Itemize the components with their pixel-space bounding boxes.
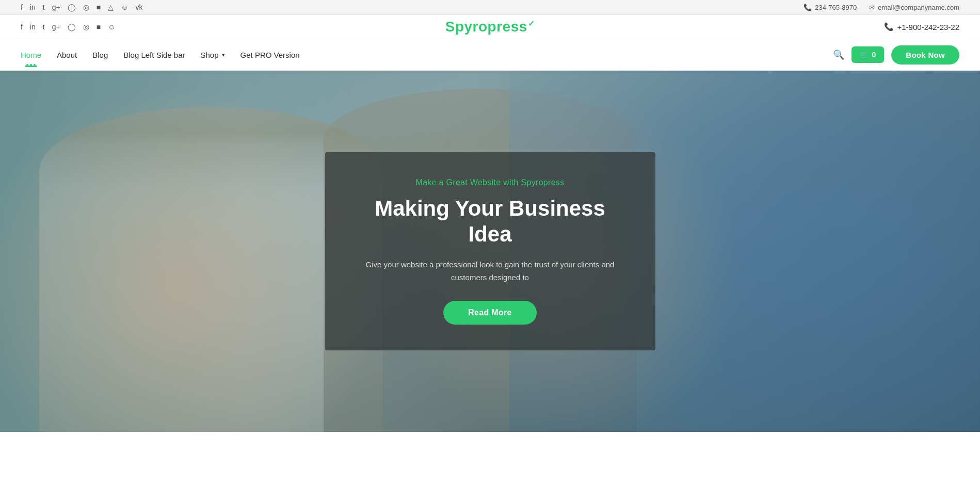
logobar-linkedin-icon[interactable]: in [30, 23, 36, 31]
search-button[interactable]: 🔍 [833, 49, 844, 60]
nav-shop-label: Shop [201, 51, 219, 59]
logobar-phone: 📞 +1-900-242-23-22 [884, 22, 959, 31]
hero-title: Making Your Business Idea [356, 196, 624, 248]
phone-icon: 📞 [804, 4, 812, 11]
hero-subtitle: Make a Great Website with Spyropress [356, 178, 624, 187]
logobar-instagram-icon[interactable]: ◯ [68, 23, 76, 31]
nav-get-pro[interactable]: Get PRO Version [240, 39, 300, 70]
cart-count: 0 [872, 51, 876, 59]
topbar-social-icons: f in t g+ ◯ ◎ ■ △ ☺ vk [21, 3, 142, 11]
phone-receiver-icon: 📞 [884, 22, 894, 31]
nav-blog[interactable]: Blog [92, 39, 108, 70]
topbar-googleplus-icon[interactable]: g+ [52, 3, 60, 11]
hero-section: Make a Great Website with Spyropress Mak… [0, 71, 980, 432]
topbar-behance-icon[interactable]: ■ [97, 3, 101, 11]
nav-home-label: Home [21, 51, 41, 59]
topbar-email-address[interactable]: email@companyname.com [878, 4, 959, 11]
hero-description: Give your website a professional look to… [356, 258, 624, 284]
cart-icon: 🛒 [860, 51, 869, 59]
nav-links: Home About Blog Blog Left Side bar Shop … [21, 39, 300, 70]
logo-leaf-icon: ✓ [528, 19, 535, 28]
email-icon: ✉ [869, 4, 875, 11]
logo-s: S [445, 19, 455, 35]
nav-home-indicator [26, 64, 36, 66]
logobar-skype-icon[interactable]: ☺ [108, 23, 115, 31]
logobar-behance-icon[interactable]: ■ [97, 23, 101, 31]
topbar-instagram-icon[interactable]: ◯ [68, 3, 76, 11]
logobar-social-icons: f in t g+ ◯ ◎ ■ ☺ [21, 23, 115, 31]
logo-rest: pyropress [455, 19, 527, 35]
topbar-phone-number[interactable]: 234-765-8970 [815, 4, 857, 11]
book-now-button[interactable]: Book Now [891, 45, 959, 65]
nav-shop[interactable]: Shop ▾ [201, 39, 225, 70]
hero-cta-button[interactable]: Read More [443, 301, 537, 325]
topbar-facebook-icon[interactable]: f [21, 3, 23, 11]
logobar-phone-number[interactable]: +1-900-242-23-22 [897, 23, 959, 31]
logo-bar: f in t g+ ◯ ◎ ■ ☺ Spyropress✓ 📞 +1-900-2… [0, 15, 980, 39]
logobar-twitter-icon[interactable]: t [43, 23, 45, 31]
topbar-tumblr-icon[interactable]: △ [108, 3, 114, 11]
logobar-dribbble-icon[interactable]: ◎ [83, 23, 89, 31]
logobar-googleplus-icon[interactable]: g+ [52, 23, 60, 31]
site-logo[interactable]: Spyropress✓ [445, 19, 535, 35]
nav-get-pro-label: Get PRO Version [240, 51, 300, 59]
topbar-email: ✉ email@companyname.com [869, 4, 959, 11]
cart-button[interactable]: 🛒 0 [852, 46, 884, 63]
topbar-phone: 📞 234-765-8970 [804, 4, 857, 11]
hero-content-box: Make a Great Website with Spyropress Mak… [325, 152, 655, 350]
nav-bar: Home About Blog Blog Left Side bar Shop … [0, 39, 980, 71]
nav-home[interactable]: Home [21, 39, 41, 70]
nav-about[interactable]: About [57, 39, 77, 70]
search-icon: 🔍 [833, 49, 844, 60]
topbar-vk-icon[interactable]: vk [135, 3, 142, 11]
nav-blog-label: Blog [92, 51, 108, 59]
logobar-facebook-icon[interactable]: f [21, 23, 23, 31]
nav-right-actions: 🔍 🛒 0 Book Now [833, 45, 959, 65]
topbar-linkedin-icon[interactable]: in [30, 3, 36, 11]
nav-blog-left-sidebar-label: Blog Left Side bar [123, 51, 185, 59]
nav-blog-left-sidebar[interactable]: Blog Left Side bar [123, 39, 185, 70]
topbar-twitter-icon[interactable]: t [43, 3, 45, 11]
topbar-dribbble-icon[interactable]: ◎ [83, 3, 89, 11]
top-bar: f in t g+ ◯ ◎ ■ △ ☺ vk 📞 234-765-8970 ✉ … [0, 0, 980, 15]
topbar-contact: 📞 234-765-8970 ✉ email@companyname.com [804, 4, 959, 11]
nav-about-label: About [57, 51, 77, 59]
chevron-down-icon: ▾ [222, 52, 225, 58]
topbar-skype-icon[interactable]: ☺ [121, 3, 128, 11]
